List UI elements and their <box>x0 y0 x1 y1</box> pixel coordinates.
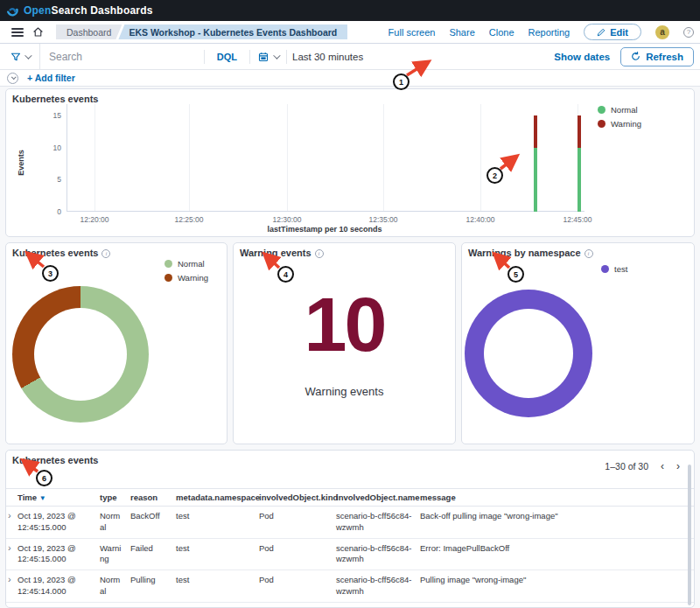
column-header-type[interactable]: type <box>100 493 130 502</box>
chevron-down-icon <box>24 52 32 59</box>
chevron-down-icon <box>273 52 280 59</box>
add-filter-link[interactable]: + Add filter <box>27 73 75 83</box>
menu-icon[interactable] <box>11 28 24 37</box>
histogram-legend: Normal Warning <box>598 105 641 129</box>
annotation-marker-5: 5 <box>508 266 524 283</box>
breadcrumb-current-dashboard[interactable]: EKS Workshop - Kubernetes Events Dashboa… <box>118 24 347 39</box>
donut-legend: Normal Warning <box>164 259 208 283</box>
annotation-marker-6: 6 <box>36 470 52 486</box>
x-tick: 12:30:00 <box>272 215 301 224</box>
expand-row-icon[interactable]: › <box>8 575 18 584</box>
calendar-icon <box>258 52 269 62</box>
query-bar: Search DQL Last 30 minutes Show dates Re… <box>0 44 700 70</box>
app-title: OpenSearch Dashboards <box>24 4 153 17</box>
column-header-name[interactable]: involvedObject.name <box>336 493 420 502</box>
pencil-icon <box>597 28 606 37</box>
y-tick: 10 <box>53 143 61 152</box>
search-input[interactable]: Search <box>40 51 204 63</box>
column-header-time[interactable]: Time ▼ <box>18 493 100 502</box>
legend-item-normal[interactable]: Normal <box>164 259 208 269</box>
legend-item-warning[interactable]: Warning <box>164 273 208 283</box>
bar-warning-segment <box>578 115 581 148</box>
bar-warning-segment <box>534 115 537 148</box>
info-icon[interactable]: i <box>584 249 593 258</box>
query-language-button[interactable]: DQL <box>204 50 249 64</box>
y-tick: 15 <box>53 111 61 120</box>
help-icon[interactable]: ? <box>683 27 694 38</box>
expand-row-icon[interactable]: › <box>8 511 18 521</box>
prev-page-icon[interactable]: ‹ <box>661 461 664 472</box>
x-tick: 12:35:00 <box>368 215 397 224</box>
sort-desc-icon: ▼ <box>39 494 46 502</box>
annotation-marker-3: 3 <box>42 265 59 282</box>
filter-bar: + Add filter <box>0 70 700 87</box>
annotation-marker-1: 1 <box>393 73 410 90</box>
refresh-icon <box>631 52 640 61</box>
date-picker-button[interactable] <box>249 50 286 64</box>
table-row[interactable]: › Oct 19, 2023 @ 12:45:14.000Normal Pull… <box>6 570 694 603</box>
next-page-icon[interactable]: › <box>676 461 680 472</box>
expand-row-icon[interactable]: › <box>8 543 18 553</box>
y-tick: 0 <box>57 207 61 216</box>
saved-query-menu-button[interactable] <box>0 44 40 69</box>
pagination-range: 1–30 of 30 <box>605 461 648 472</box>
table-scrollbar[interactable] <box>688 465 691 605</box>
filter-funnel-icon <box>10 52 21 62</box>
info-icon[interactable]: i <box>102 249 110 258</box>
donut-hole <box>484 309 573 398</box>
x-tick: 12:45:00 <box>563 215 592 224</box>
share-link[interactable]: Share <box>449 27 474 38</box>
home-icon[interactable] <box>32 26 44 38</box>
x-tick: 12:40:00 <box>466 215 494 224</box>
table-row[interactable]: › Oct 19, 2023 @ 12:45:15.000Warning Fai… <box>6 539 694 571</box>
donut-hole <box>34 308 127 401</box>
legend-dot <box>164 260 172 268</box>
annotation-marker-4: 4 <box>277 266 294 283</box>
x-axis-label: lastTimestamp per 10 seconds <box>66 225 583 234</box>
opensearch-logo-icon <box>7 5 18 17</box>
metric-label: Warning events <box>234 385 455 398</box>
panel-title[interactable]: Kubernetes events <box>6 89 694 104</box>
panel-title[interactable]: Kubernetes eventsi <box>6 243 227 258</box>
full-screen-link[interactable]: Full screen <box>388 27 436 38</box>
legend-dot <box>598 120 606 128</box>
edit-button[interactable]: Edit <box>584 24 641 40</box>
legend-dot <box>598 106 606 114</box>
avatar[interactable]: a <box>655 25 669 39</box>
panel-title[interactable]: Warning eventsi <box>234 243 455 258</box>
table-header-row: Time ▼ type reason metadata.namespace in… <box>6 488 694 507</box>
clone-link[interactable]: Clone <box>489 27 514 38</box>
column-header-namespace[interactable]: metadata.namespace <box>176 493 259 502</box>
panel-kubernetes-events-table: Kubernetes events 1–30 of 30 ‹ › Time ▼ … <box>5 450 695 608</box>
panel-title[interactable]: Warnings by namespacei <box>462 243 694 258</box>
table-row[interactable]: › Oct 19, 2023 @ 12:45:15.000Normal Back… <box>6 507 694 539</box>
column-header-reason[interactable]: reason <box>130 493 176 502</box>
breadcrumb-dashboard[interactable]: Dashboard <box>56 24 122 39</box>
histogram-plot-area: 15 10 5 0 <box>66 104 583 212</box>
column-header-kind[interactable]: involvedObject.kind <box>259 493 336 502</box>
bar-normal-segment <box>578 148 581 212</box>
donut-legend: test <box>601 264 627 274</box>
x-tick: 12:25:00 <box>174 215 203 224</box>
time-range-value[interactable]: Last 30 minutes <box>286 50 368 64</box>
legend-item-normal[interactable]: Normal <box>598 105 641 115</box>
panel-title[interactable]: Kubernetes events <box>6 451 694 465</box>
panel-warnings-by-namespace: Warnings by namespacei test <box>461 242 695 444</box>
panel-warning-events-metric: Warning eventsi 10 Warning events <box>233 242 456 444</box>
y-axis-label: Events <box>17 150 25 176</box>
histogram-bar[interactable] <box>578 115 581 212</box>
reporting-link[interactable]: Reporting <box>528 27 570 38</box>
show-dates-link[interactable]: Show dates <box>554 52 610 62</box>
navigation-bar: Dashboard EKS Workshop - Kubernetes Even… <box>0 21 700 44</box>
legend-dot <box>164 274 172 282</box>
panel-kubernetes-events-histogram: Kubernetes events Events 15 10 5 0 12:20… <box>5 88 695 237</box>
refresh-button[interactable]: Refresh <box>620 47 694 66</box>
filter-options-icon[interactable] <box>7 73 18 84</box>
app-header: OpenSearch Dashboards <box>0 0 700 21</box>
column-header-message[interactable]: message <box>420 493 668 502</box>
table-row[interactable]: › Oct 19, 2023 @ 12:45:14.000Warning Fai… <box>6 603 694 608</box>
legend-item-test[interactable]: test <box>601 264 627 274</box>
info-icon[interactable]: i <box>315 249 324 258</box>
histogram-bar[interactable] <box>534 115 537 212</box>
legend-item-warning[interactable]: Warning <box>598 119 641 129</box>
